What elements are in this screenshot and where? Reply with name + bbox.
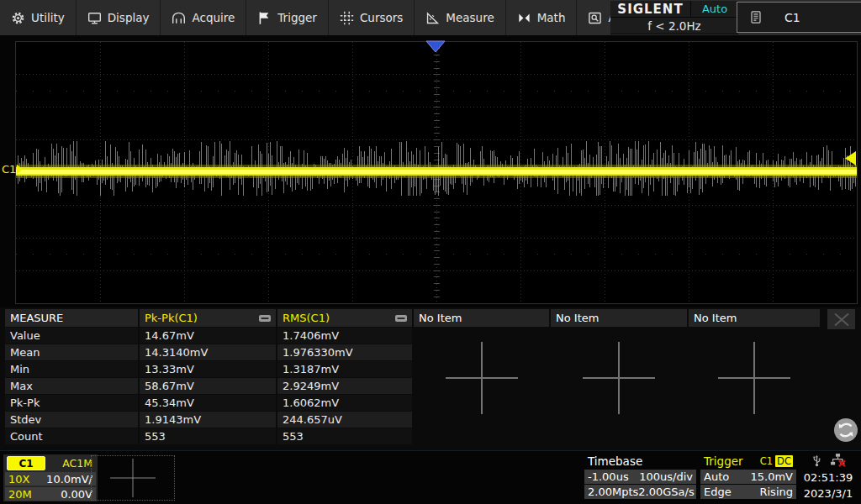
brand-logo: SIGLENT: [617, 2, 683, 17]
trigger-coupling-badge: DC: [775, 455, 793, 467]
measure-value: 45.34mV: [140, 395, 276, 411]
close-icon: [832, 312, 851, 327]
channel-coupling: AC1M: [62, 457, 92, 470]
menu-item-utility[interactable]: Utility: [0, 0, 77, 35]
trigger-mode: Auto: [704, 470, 729, 483]
menu-item-trigger[interactable]: Trigger: [246, 0, 329, 35]
channel-offset-marker[interactable]: C1: [2, 163, 23, 176]
add-measure-slot[interactable]: [583, 342, 655, 414]
menu-item-measure[interactable]: Measure: [415, 0, 505, 35]
reset-icon: [833, 417, 858, 443]
measure-empty-cell: [551, 428, 687, 444]
measure-row-label: Value: [5, 328, 138, 344]
menu-item-display[interactable]: Display: [77, 0, 161, 35]
menu-item-label: Math: [537, 11, 566, 24]
measure-column-header-4[interactable]: No Item: [551, 309, 687, 327]
measure-panel: MEASUREPk-Pk(C1)RMS(C1)No ItemNo ItemNo …: [0, 307, 861, 450]
plus-icon: [718, 342, 790, 414]
add-channel-box[interactable]: [91, 455, 175, 501]
math-icon: [517, 11, 531, 25]
sample-rate: 2.00GSa/s: [638, 486, 694, 498]
active-channel-label: C1: [784, 11, 800, 24]
analysis-icon: [588, 11, 602, 25]
measure-table: MEASUREPk-Pk(C1)RMS(C1)No ItemNo ItemNo …: [5, 309, 820, 444]
plus-icon: [583, 342, 655, 414]
measure-value: 553: [277, 428, 412, 444]
network-disconnected-icon: [830, 453, 846, 470]
timebase-title: Timebase: [588, 454, 642, 468]
vertical-scale: 10.0mV/: [46, 473, 92, 486]
system-date: 2023/3/1: [797, 486, 859, 501]
usb-icon: [811, 453, 823, 471]
measure-row-label: Count: [5, 428, 138, 444]
measure-value: 1.976330mV: [277, 344, 412, 360]
measure-value: 14.3140mV: [140, 344, 276, 360]
right-arrow-icon: [17, 165, 23, 174]
cursors-icon: [340, 11, 354, 25]
channel-badge[interactable]: C1: [7, 456, 45, 470]
channel-offset-value: 0.00V: [61, 488, 92, 501]
channel-offset-label: C1: [2, 163, 16, 176]
acquisition-status-box[interactable]: SIGLENT Auto f < 2.0Hz: [610, 1, 738, 34]
measure-row-label: Pk-Pk: [5, 395, 138, 411]
remove-measure-button[interactable]: [395, 315, 407, 322]
measure-column-header-5[interactable]: No Item: [689, 309, 820, 327]
trigger-level-value: 15.0mV: [750, 470, 793, 483]
plus-icon: [446, 342, 518, 414]
flag-icon: [257, 11, 272, 25]
measure-value: 553: [140, 428, 276, 444]
display-icon: [87, 11, 102, 25]
measure-column-header-3[interactable]: No Item: [414, 309, 549, 327]
menu-item-label: Utility: [31, 11, 65, 24]
trigger-position-marker[interactable]: [425, 40, 446, 53]
add-measure-slot[interactable]: [718, 342, 790, 414]
measure-value: 244.657uV: [277, 412, 412, 428]
waveform-display[interactable]: C1: [0, 35, 861, 307]
menu-item-cursors[interactable]: Cursors: [329, 0, 415, 35]
measure-value: 14.67mV: [140, 328, 276, 344]
measure-row-label: Stdev: [5, 412, 138, 428]
menu-item-math[interactable]: Math: [506, 0, 578, 35]
menu-bar: UtilityDisplayAcquireTriggerCursorsMeasu…: [0, 0, 610, 35]
timebase-panel[interactable]: Timebase -1.00us 100us/div 2.00Mpts 2.00…: [584, 454, 696, 502]
measure-value: 13.33mV: [140, 361, 276, 377]
timebase-scale: 100us/div: [639, 470, 693, 483]
menu-item-label: Display: [108, 11, 150, 24]
trigger-frequency-readout: f < 2.0Hz: [647, 19, 700, 33]
trigger-level-marker[interactable]: [844, 151, 857, 165]
remove-measure-button[interactable]: [259, 315, 271, 322]
measure-icon: [425, 11, 440, 25]
timebase-delay: -1.00us: [588, 470, 629, 483]
graticule-frame: [15, 41, 858, 304]
measure-column-header-1[interactable]: Pk-Pk(C1): [140, 309, 276, 327]
measure-column-header-2[interactable]: RMS(C1): [277, 309, 412, 327]
menu-item-acquire[interactable]: Acquire: [161, 0, 246, 35]
system-time: 02:51:39: [797, 470, 859, 486]
trigger-panel[interactable]: Trigger C1 DC Auto 15.0mV Edge Rising: [700, 454, 796, 502]
measure-value: 58.67mV: [140, 378, 276, 394]
menu-item-label: Trigger: [277, 11, 317, 24]
reset-statistics-button[interactable]: [833, 417, 858, 443]
acquire-icon: [172, 11, 186, 25]
measure-value: 1.6062mV: [277, 395, 412, 411]
measure-table-title: MEASURE: [5, 309, 138, 327]
active-channel-selector[interactable]: C1: [737, 2, 861, 33]
top-menu-bar: UtilityDisplayAcquireTriggerCursorsMeasu…: [0, 0, 861, 35]
measure-value: 1.9143mV: [140, 412, 276, 428]
measure-empty-cell: [689, 428, 820, 444]
plus-icon: [108, 459, 157, 497]
close-measure-panel-button[interactable]: [827, 309, 855, 329]
measure-row-label: Min: [5, 361, 138, 377]
probe-attenuation: 10X: [8, 473, 29, 486]
measure-row-label: Max: [5, 378, 138, 394]
add-measure-slot[interactable]: [446, 342, 518, 414]
status-bar: C1 AC1M 10X 10.0mV/ 20M 0.00V Timebase -…: [0, 450, 861, 504]
trigger-type: Edge: [704, 486, 732, 498]
menu-item-label: Acquire: [192, 11, 235, 24]
channel-descriptor-c1[interactable]: C1 AC1M 10X 10.0mV/ 20M 0.00V: [3, 454, 98, 501]
menu-item-analysis[interactable]: Analysis: [577, 0, 610, 35]
c1-waveform-trace: [16, 42, 857, 303]
trigger-title: Trigger: [704, 454, 743, 468]
measure-value: 1.7406mV: [277, 328, 412, 344]
measure-empty-cell: [414, 428, 549, 444]
